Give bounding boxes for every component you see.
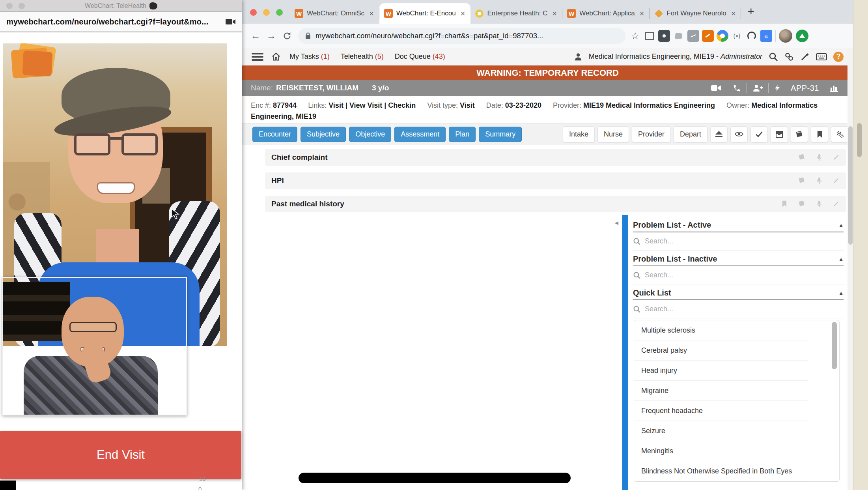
extension-icon[interactable]	[731, 30, 743, 42]
browser-tab[interactable]: Fort Wayne Neurolo ×	[650, 3, 741, 24]
profile-avatar[interactable]	[779, 29, 792, 43]
section-tab[interactable]: Assessment	[394, 127, 446, 142]
settings-gears-button[interactable]	[831, 126, 848, 142]
bookmark-star-icon[interactable]: ☆	[631, 30, 640, 41]
nav-link[interactable]: Telehealth (5)	[341, 52, 384, 61]
section-tab[interactable]: Summary	[479, 127, 522, 142]
extension-icon[interactable]	[673, 30, 685, 42]
extension-icon[interactable]	[717, 30, 728, 42]
new-tab-button[interactable]: +	[741, 5, 761, 24]
extension-icon[interactable]	[687, 30, 699, 42]
book-icon[interactable]	[798, 154, 806, 161]
green-extension-icon[interactable]	[796, 30, 808, 42]
collapse-caret-icon[interactable]: ▲	[838, 256, 844, 262]
bar-chart-icon[interactable]	[824, 84, 844, 92]
telehealth-urlbar[interactable]: mywebchart.com/neuro/webchart.cgi?f=layo…	[0, 12, 242, 32]
tab-close-icon[interactable]: ×	[551, 9, 558, 18]
page-scrollbar[interactable]	[847, 48, 853, 490]
book-icon[interactable]	[798, 177, 806, 184]
quick-list-item[interactable]: Seizure	[634, 421, 808, 441]
stage-button[interactable]: Depart	[674, 126, 707, 142]
list-scrollbar-thumb[interactable]	[832, 322, 837, 369]
search-input[interactable]	[645, 305, 763, 313]
microphone-icon[interactable]	[817, 177, 822, 184]
quick-list-item[interactable]: Head injury	[634, 361, 808, 381]
quick-list-item[interactable]: Blindness Not Otherwise Specified in Bot…	[634, 461, 808, 481]
nav-link[interactable]: My Tasks (1)	[289, 52, 330, 61]
section-tab[interactable]: Objective	[349, 127, 391, 142]
window-controls[interactable]	[242, 9, 290, 24]
book-button[interactable]	[791, 126, 808, 142]
edit-pencil-icon[interactable]	[833, 200, 840, 208]
stage-button[interactable]: Provider	[632, 126, 671, 142]
reload-icon[interactable]	[279, 32, 295, 40]
panel-collapse-icon[interactable]: ◄	[614, 219, 620, 226]
panel-group-header[interactable]: Quick List ▲	[633, 286, 844, 300]
phone-icon[interactable]	[727, 84, 747, 92]
section-past-medical-history[interactable]: Past medical history	[265, 196, 846, 212]
bolt-icon[interactable]	[769, 84, 786, 92]
stage-button[interactable]: Intake	[563, 126, 595, 142]
add-person-icon[interactable]	[747, 84, 768, 92]
stage-button[interactable]: Nurse	[597, 126, 629, 142]
window-dot[interactable]	[6, 3, 13, 9]
section-tab[interactable]: Plan	[449, 127, 476, 142]
browser-tab[interactable]: WebChart: E-Encou ×	[379, 3, 471, 24]
link-icon[interactable]	[784, 52, 794, 62]
section-tab[interactable]: Encounter	[252, 127, 297, 142]
zoom-window-icon[interactable]	[276, 9, 283, 16]
links-value[interactable]: Visit | View Visit | Checkin	[329, 101, 416, 109]
extension-icon[interactable]	[658, 30, 670, 42]
bookmark-button[interactable]	[811, 126, 828, 142]
page-scrollbar-thumb[interactable]	[848, 126, 853, 245]
logged-in-user[interactable]: Medical Informatics Engineering, MIE19 -…	[589, 52, 762, 61]
video-camera-icon[interactable]	[226, 18, 236, 25]
telehealth-url[interactable]: mywebchart.com/neuro/webchart.cgi?f=layo…	[6, 17, 208, 26]
archive-button[interactable]	[771, 126, 788, 142]
keyboard-icon[interactable]	[816, 53, 827, 61]
eject-button[interactable]	[710, 126, 728, 142]
address-bar[interactable]: mywebchart.com/neuro/webchart.cgi?f=char…	[298, 28, 625, 44]
search-icon[interactable]	[769, 52, 778, 62]
window-controls[interactable]	[6, 3, 25, 9]
microphone-icon[interactable]	[817, 200, 822, 208]
tab-close-icon[interactable]: ×	[368, 9, 375, 18]
window-dot[interactable]	[19, 3, 25, 9]
extension-icon[interactable]	[644, 30, 655, 42]
home-icon[interactable]	[271, 52, 281, 61]
search-input[interactable]	[645, 237, 763, 245]
browser-tab[interactable]: WebChart: OmniSc ×	[290, 3, 379, 24]
search-input[interactable]	[645, 271, 763, 279]
tab-close-icon[interactable]: ×	[639, 9, 645, 18]
end-visit-button[interactable]: End Visit	[0, 431, 241, 479]
url-text[interactable]: mywebchart.com/neuro/webchart.cgi?f=char…	[315, 32, 543, 40]
section-tab[interactable]: Subjective	[301, 127, 346, 142]
tab-close-icon[interactable]: ×	[730, 9, 737, 18]
book-icon[interactable]	[798, 200, 806, 208]
menu-icon[interactable]	[252, 53, 263, 61]
quick-list-item[interactable]: Meningitis	[634, 441, 808, 461]
quick-list-item[interactable]: Multiple sclerosis	[634, 320, 808, 340]
nav-link[interactable]: Doc Queue (43)	[395, 52, 445, 61]
section-chief-complaint[interactable]: Chief complaint	[265, 149, 846, 166]
check-button[interactable]	[750, 126, 768, 142]
collapse-caret-icon[interactable]: ▲	[838, 222, 844, 228]
minimize-window-icon[interactable]	[263, 9, 270, 16]
lock-icon[interactable]	[305, 32, 311, 39]
extension-icon[interactable]	[760, 30, 772, 42]
tab-close-icon[interactable]: ×	[460, 9, 466, 18]
quick-list-item[interactable]: Frequent headache	[634, 401, 808, 421]
extension-icon[interactable]	[746, 30, 758, 42]
panel-group-header[interactable]: Problem List - Inactive ▲	[633, 252, 844, 266]
extension-icon[interactable]	[702, 30, 714, 42]
forward-icon[interactable]: →	[263, 30, 279, 41]
bookmark-icon[interactable]	[782, 200, 787, 208]
edit-pencil-icon[interactable]	[833, 154, 840, 161]
browser-tab[interactable]: Enterprise Health: C ×	[470, 3, 562, 24]
video-call-icon[interactable]	[706, 84, 727, 92]
quick-list-item[interactable]: Cerebral palsy	[634, 340, 808, 361]
panel-group-header[interactable]: Problem List - Active ▲	[633, 218, 844, 232]
eye-button[interactable]	[730, 126, 748, 142]
microphone-icon[interactable]	[817, 154, 822, 161]
back-icon[interactable]: ←	[248, 30, 263, 41]
